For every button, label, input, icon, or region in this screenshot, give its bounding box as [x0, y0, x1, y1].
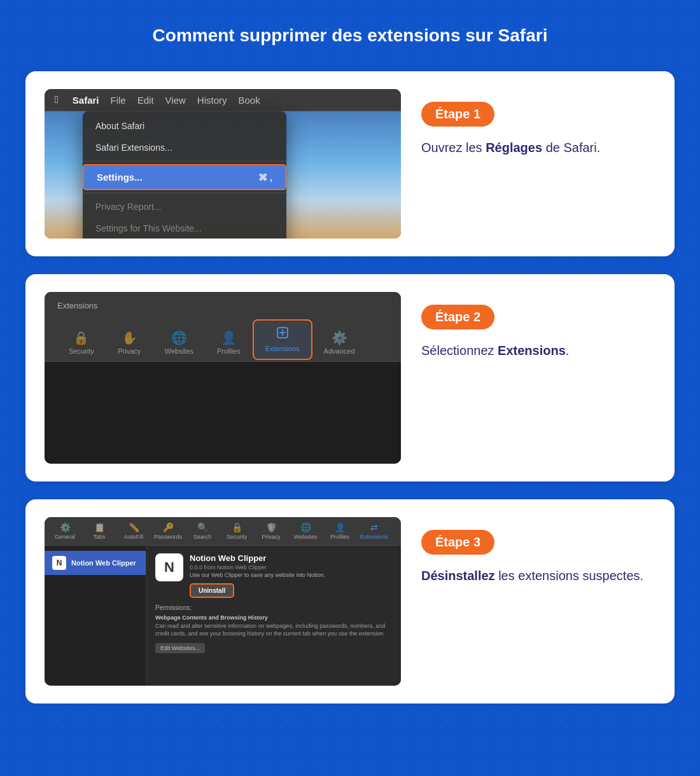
dropdown-divider2: [83, 193, 286, 193]
topbar-search[interactable]: 🔍 Search: [188, 522, 216, 540]
ext-detail-header: N Notion Web Clipper 0.0.0 from Notion W…: [155, 553, 392, 598]
security-icon: 🔒: [232, 522, 242, 532]
step2-screenshot: Extensions 🔒 Security ✋ Privacy 🌐 Websit…: [45, 292, 401, 464]
ext-active-icon: ⇄: [370, 522, 378, 532]
permissions-item: Webpage Contents and Browsing History Ca…: [155, 614, 392, 638]
step3-screenshot: ⚙️ General 📋 Tabs ✏️ AutoFill 🔑 Password…: [45, 517, 401, 686]
ext-detail-info: Notion Web Clipper 0.0.0 from Notion Web…: [190, 553, 392, 598]
person-icon: 👤: [221, 331, 237, 344]
sidebar-notion-item[interactable]: N Notion Web Clipper: [45, 551, 146, 575]
tab-extensions[interactable]: Extensions: [253, 319, 312, 360]
permissions-section: Permissions: Webpage Contents and Browsi…: [155, 604, 392, 653]
tab-profiles[interactable]: 👤 Profiles: [205, 326, 253, 361]
dropdown-divider1: [83, 161, 286, 162]
autofill-icon: ✏️: [129, 522, 139, 532]
dropdown-privacy[interactable]: Privacy Report...: [83, 196, 286, 218]
dropdown-settings[interactable]: Settings... ⌘ ,: [83, 164, 286, 190]
ext-name-label: Notion Web Clipper: [190, 553, 392, 563]
step2-text: Sélectionnez Extensions.: [421, 341, 655, 360]
topbar-general[interactable]: ⚙️ General: [51, 522, 79, 540]
step1-info: Étape 1 Ouvrez les Réglages de Safari.: [421, 89, 655, 157]
globe-icon: 🌐: [171, 331, 187, 344]
tabs-icon: 📋: [94, 522, 105, 532]
tab-websites[interactable]: 🌐 Websites: [153, 326, 205, 361]
detail-sidebar: N Notion Web Clipper: [45, 546, 146, 686]
notion-icon: N: [52, 556, 66, 570]
detail-main: N Notion Web Clipper 0.0.0 from Notion W…: [146, 546, 401, 686]
edit-websites-button[interactable]: Edit Websites...: [155, 643, 205, 653]
topbar-security[interactable]: 🔒 Security: [223, 522, 251, 540]
tabs-row: 🔒 Security ✋ Privacy 🌐 Websites 👤 Profil…: [57, 319, 388, 361]
step3-text: Désinstallez les extensions suspectes.: [421, 566, 655, 585]
detail-topbar: ⚙️ General 📋 Tabs ✏️ AutoFill 🔑 Password…: [45, 517, 401, 546]
step2-info: Étape 2 Sélectionnez Extensions.: [421, 292, 655, 360]
safari-menu-safari[interactable]: Safari: [73, 95, 99, 106]
safari-dropdown: About Safari Safari Extensions... Settin…: [83, 111, 286, 239]
profiles-icon: 👤: [335, 522, 346, 532]
safari-menu-book[interactable]: Book: [239, 95, 260, 106]
step1-card:  Safari File Edit View History Book Abo…: [25, 71, 675, 256]
permissions-title: Permissions:: [155, 604, 392, 611]
gear-icon: ⚙️: [332, 331, 347, 344]
topbar-extensions-active[interactable]: ⇄ Extensions: [360, 522, 388, 540]
hand-icon: ✋: [122, 331, 137, 344]
topbar-privacy[interactable]: 🛡️ Privacy: [257, 522, 285, 540]
dropdown-extensions[interactable]: Safari Extensions...: [83, 137, 286, 158]
step3-card: ⚙️ General 📋 Tabs ✏️ AutoFill 🔑 Password…: [25, 499, 675, 703]
step3-info: Étape 3 Désinstallez les extensions susp…: [421, 517, 655, 585]
step1-screenshot:  Safari File Edit View History Book Abo…: [45, 89, 401, 239]
extensions-body: [45, 362, 401, 464]
topbar-websites[interactable]: 🌐 Websites: [291, 522, 319, 540]
gear-icon2: ⚙️: [60, 522, 71, 532]
passwords-icon: 🔑: [163, 522, 174, 532]
safari-bg: About Safari Safari Extensions... Settin…: [45, 111, 401, 239]
ext-version-label: 0.0.0 from Notion Web Clipper: [190, 564, 392, 571]
safari-menu-file[interactable]: File: [111, 95, 126, 106]
tab-advanced[interactable]: ⚙️ Advanced: [312, 326, 367, 361]
websites-icon: 🌐: [300, 522, 311, 532]
topbar-autofill[interactable]: ✏️ AutoFill: [120, 522, 148, 540]
lock-icon: 🔒: [73, 331, 89, 344]
tab-security[interactable]: 🔒 Security: [57, 326, 106, 361]
extensions-icon: [276, 326, 290, 342]
page-title: Comment supprimer des extensions sur Saf…: [25, 19, 675, 52]
dropdown-about[interactable]: About Safari: [83, 115, 286, 137]
safari-menu-view[interactable]: View: [165, 95, 186, 106]
search-icon: 🔍: [197, 522, 208, 532]
shortcut-label: ⌘ ,: [258, 172, 272, 183]
apple-icon: : [55, 94, 59, 106]
safari-menu-edit[interactable]: Edit: [137, 95, 154, 106]
uninstall-button[interactable]: Uninstall: [190, 583, 234, 598]
step1-text: Ouvrez les Réglages de Safari.: [421, 138, 655, 157]
safari-menubar:  Safari File Edit View History Book: [45, 89, 401, 111]
notion-big-icon: N: [155, 553, 183, 581]
topbar-tabs[interactable]: 📋 Tabs: [85, 522, 113, 540]
step2-badge: Étape 2: [421, 305, 494, 329]
sidebar-notion-label: Notion Web Clipper: [71, 559, 136, 567]
extensions-title: Extensions: [57, 301, 388, 310]
extensions-header: Extensions 🔒 Security ✋ Privacy 🌐 Websit…: [45, 292, 401, 362]
step1-badge: Étape 1: [421, 102, 494, 127]
safari-menu-history[interactable]: History: [197, 95, 227, 106]
tab-privacy[interactable]: ✋ Privacy: [106, 326, 153, 361]
ext-desc-label: Use our Web Clipper to save any website …: [190, 572, 392, 578]
step2-card: Extensions 🔒 Security ✋ Privacy 🌐 Websit…: [25, 274, 675, 482]
dropdown-settings-website[interactable]: Settings for This Website...: [83, 218, 286, 239]
detail-body: N Notion Web Clipper N Notion Web Clippe…: [45, 546, 401, 686]
topbar-passwords[interactable]: 🔑 Passwords: [154, 522, 182, 540]
step3-badge: Étape 3: [421, 530, 494, 555]
privacy-icon: 🛡️: [266, 522, 277, 532]
topbar-profiles[interactable]: 👤 Profiles: [326, 522, 354, 540]
